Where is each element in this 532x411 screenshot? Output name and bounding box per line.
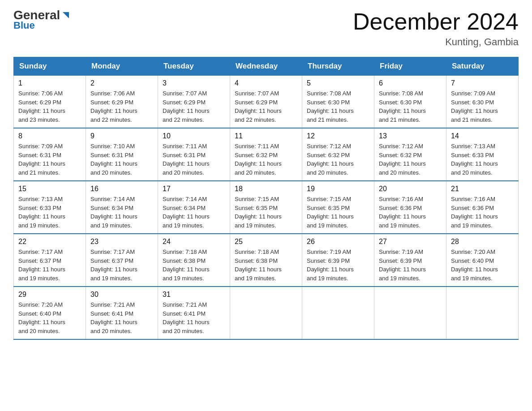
calendar-cell: 30 Sunrise: 7:21 AM Sunset: 6:41 PM Dayl… (86, 287, 158, 339)
day-info: Sunrise: 7:08 AM Sunset: 6:30 PM Dayligh… (307, 89, 369, 124)
logo-blue: Blue (13, 20, 35, 31)
calendar-cell: 16 Sunrise: 7:14 AM Sunset: 6:34 PM Dayl… (86, 181, 158, 234)
day-number: 30 (90, 291, 153, 299)
day-number: 26 (307, 238, 369, 246)
calendar-cell: 17 Sunrise: 7:14 AM Sunset: 6:34 PM Dayl… (158, 181, 230, 234)
day-info: Sunrise: 7:09 AM Sunset: 6:31 PM Dayligh… (18, 142, 81, 177)
svg-marker-0 (63, 12, 69, 18)
day-number: 25 (235, 238, 297, 246)
day-info: Sunrise: 7:06 AM Sunset: 6:29 PM Dayligh… (90, 89, 153, 124)
calendar-cell: 15 Sunrise: 7:13 AM Sunset: 6:33 PM Dayl… (14, 181, 86, 234)
calendar-cell: 3 Sunrise: 7:07 AM Sunset: 6:29 PM Dayli… (158, 76, 230, 128)
day-info: Sunrise: 7:07 AM Sunset: 6:29 PM Dayligh… (235, 89, 297, 124)
day-info: Sunrise: 7:17 AM Sunset: 6:37 PM Dayligh… (18, 248, 81, 283)
day-info: Sunrise: 7:08 AM Sunset: 6:30 PM Dayligh… (379, 89, 442, 124)
day-number: 17 (163, 185, 225, 193)
column-header-wednesday: Wednesday (230, 57, 302, 76)
calendar-cell: 9 Sunrise: 7:10 AM Sunset: 6:31 PM Dayli… (86, 128, 158, 181)
calendar-cell: 22 Sunrise: 7:17 AM Sunset: 6:37 PM Dayl… (14, 234, 86, 287)
day-number: 29 (18, 291, 81, 299)
calendar-header-row: SundayMondayTuesdayWednesdayThursdayFrid… (14, 57, 519, 76)
day-info: Sunrise: 7:21 AM Sunset: 6:41 PM Dayligh… (163, 300, 225, 335)
day-info: Sunrise: 7:14 AM Sunset: 6:34 PM Dayligh… (163, 195, 225, 230)
calendar-cell: 28 Sunrise: 7:20 AM Sunset: 6:40 PM Dayl… (446, 234, 519, 287)
day-info: Sunrise: 7:15 AM Sunset: 6:35 PM Dayligh… (235, 195, 297, 230)
logo: General Blue (13, 9, 71, 31)
calendar-cell: 1 Sunrise: 7:06 AM Sunset: 6:29 PM Dayli… (14, 76, 86, 128)
day-number: 28 (451, 238, 514, 246)
day-number: 8 (18, 132, 81, 140)
day-number: 12 (307, 132, 369, 140)
day-number: 31 (163, 291, 225, 299)
day-number: 7 (451, 79, 514, 87)
calendar-cell: 8 Sunrise: 7:09 AM Sunset: 6:31 PM Dayli… (14, 128, 86, 181)
calendar-cell: 23 Sunrise: 7:17 AM Sunset: 6:37 PM Dayl… (86, 234, 158, 287)
page-header: General Blue December 2024 Kunting, Gamb… (13, 9, 519, 48)
day-info: Sunrise: 7:13 AM Sunset: 6:33 PM Dayligh… (18, 195, 81, 230)
day-number: 15 (18, 185, 81, 193)
day-number: 19 (307, 185, 369, 193)
calendar-cell: 20 Sunrise: 7:16 AM Sunset: 6:36 PM Dayl… (374, 181, 446, 234)
day-info: Sunrise: 7:10 AM Sunset: 6:31 PM Dayligh… (90, 142, 153, 177)
calendar-cell: 24 Sunrise: 7:18 AM Sunset: 6:38 PM Dayl… (158, 234, 230, 287)
day-number: 9 (90, 132, 153, 140)
day-number: 6 (379, 79, 442, 87)
calendar-cell: 31 Sunrise: 7:21 AM Sunset: 6:41 PM Dayl… (158, 287, 230, 339)
column-header-tuesday: Tuesday (158, 57, 230, 76)
calendar-cell: 13 Sunrise: 7:12 AM Sunset: 6:32 PM Dayl… (374, 128, 446, 181)
calendar-week-2: 8 Sunrise: 7:09 AM Sunset: 6:31 PM Dayli… (14, 128, 519, 181)
day-info: Sunrise: 7:20 AM Sunset: 6:40 PM Dayligh… (18, 300, 81, 335)
day-info: Sunrise: 7:12 AM Sunset: 6:32 PM Dayligh… (379, 142, 442, 177)
column-header-sunday: Sunday (14, 57, 86, 76)
day-number: 10 (163, 132, 225, 140)
calendar-cell (230, 287, 302, 339)
calendar-week-3: 15 Sunrise: 7:13 AM Sunset: 6:33 PM Dayl… (14, 181, 519, 234)
calendar-cell: 18 Sunrise: 7:15 AM Sunset: 6:35 PM Dayl… (230, 181, 302, 234)
logo-triangle-icon (61, 10, 71, 20)
day-number: 4 (235, 79, 297, 87)
day-number: 27 (379, 238, 442, 246)
column-header-thursday: Thursday (302, 57, 374, 76)
day-number: 13 (379, 132, 442, 140)
day-info: Sunrise: 7:16 AM Sunset: 6:36 PM Dayligh… (451, 195, 514, 230)
calendar-table: SundayMondayTuesdayWednesdayThursdayFrid… (13, 57, 519, 340)
day-info: Sunrise: 7:12 AM Sunset: 6:32 PM Dayligh… (307, 142, 369, 177)
calendar-cell: 10 Sunrise: 7:11 AM Sunset: 6:31 PM Dayl… (158, 128, 230, 181)
calendar-cell (302, 287, 374, 339)
calendar-week-4: 22 Sunrise: 7:17 AM Sunset: 6:37 PM Dayl… (14, 234, 519, 287)
day-info: Sunrise: 7:17 AM Sunset: 6:37 PM Dayligh… (90, 248, 153, 283)
calendar-cell: 29 Sunrise: 7:20 AM Sunset: 6:40 PM Dayl… (14, 287, 86, 339)
day-info: Sunrise: 7:11 AM Sunset: 6:32 PM Dayligh… (235, 142, 297, 177)
calendar-cell: 6 Sunrise: 7:08 AM Sunset: 6:30 PM Dayli… (374, 76, 446, 128)
calendar-cell: 27 Sunrise: 7:19 AM Sunset: 6:39 PM Dayl… (374, 234, 446, 287)
calendar-cell: 2 Sunrise: 7:06 AM Sunset: 6:29 PM Dayli… (86, 76, 158, 128)
day-info: Sunrise: 7:19 AM Sunset: 6:39 PM Dayligh… (307, 248, 369, 283)
calendar-cell: 12 Sunrise: 7:12 AM Sunset: 6:32 PM Dayl… (302, 128, 374, 181)
location: Kunting, Gambia (353, 36, 519, 48)
title-area: December 2024 Kunting, Gambia (353, 9, 519, 48)
day-info: Sunrise: 7:15 AM Sunset: 6:35 PM Dayligh… (307, 195, 369, 230)
day-number: 23 (90, 238, 153, 246)
day-number: 21 (451, 185, 514, 193)
day-number: 22 (18, 238, 81, 246)
day-number: 5 (307, 79, 369, 87)
day-number: 14 (451, 132, 514, 140)
calendar-cell: 25 Sunrise: 7:18 AM Sunset: 6:38 PM Dayl… (230, 234, 302, 287)
column-header-friday: Friday (374, 57, 446, 76)
day-number: 2 (90, 79, 153, 87)
day-number: 11 (235, 132, 297, 140)
day-number: 24 (163, 238, 225, 246)
calendar-cell: 21 Sunrise: 7:16 AM Sunset: 6:36 PM Dayl… (446, 181, 519, 234)
day-info: Sunrise: 7:06 AM Sunset: 6:29 PM Dayligh… (18, 89, 81, 124)
calendar-cell: 26 Sunrise: 7:19 AM Sunset: 6:39 PM Dayl… (302, 234, 374, 287)
month-title: December 2024 (353, 9, 519, 34)
calendar-week-1: 1 Sunrise: 7:06 AM Sunset: 6:29 PM Dayli… (14, 76, 519, 128)
calendar-cell: 7 Sunrise: 7:09 AM Sunset: 6:30 PM Dayli… (446, 76, 519, 128)
day-number: 18 (235, 185, 297, 193)
calendar-week-5: 29 Sunrise: 7:20 AM Sunset: 6:40 PM Dayl… (14, 287, 519, 339)
column-header-monday: Monday (86, 57, 158, 76)
day-number: 3 (163, 79, 225, 87)
day-info: Sunrise: 7:20 AM Sunset: 6:40 PM Dayligh… (451, 248, 514, 283)
day-info: Sunrise: 7:19 AM Sunset: 6:39 PM Dayligh… (379, 248, 442, 283)
day-number: 1 (18, 79, 81, 87)
